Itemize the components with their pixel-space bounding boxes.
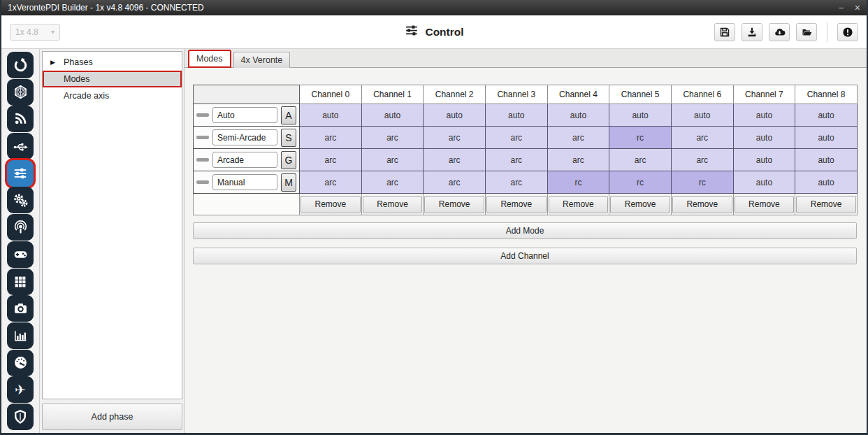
remove-cell: Remove — [361, 194, 424, 215]
tree-item-phases[interactable]: ▶ Phases — [43, 54, 182, 71]
main-panel: Modes 4x Veronte Channel 0Channel 1Chann… — [184, 49, 867, 433]
add-phase-button[interactable]: Add phase — [42, 404, 182, 430]
mode-channel-cell[interactable]: arc — [424, 149, 486, 171]
camera-icon[interactable] — [7, 295, 34, 322]
mode-channel-cell[interactable]: auto — [795, 127, 858, 149]
mesh-sphere-icon[interactable] — [7, 79, 34, 106]
mode-channel-cell[interactable]: auto — [361, 104, 424, 127]
rss-icon[interactable] — [7, 106, 34, 132]
remove-channel-button[interactable]: Remove — [735, 196, 795, 213]
mode-channel-cell[interactable]: rc — [609, 171, 672, 194]
channel-header: Channel 3 — [485, 85, 547, 104]
save-button[interactable] — [714, 23, 735, 41]
sliders-control-icon[interactable] — [7, 160, 34, 187]
mode-channel-cell[interactable]: rc — [671, 171, 733, 194]
tab-modes[interactable]: Modes — [188, 50, 231, 68]
close-button[interactable]: × — [855, 3, 860, 13]
drag-handle[interactable] — [196, 180, 209, 184]
mode-name-cell: G — [194, 149, 300, 171]
mode-name-input[interactable] — [212, 107, 277, 123]
remove-channel-button[interactable]: Remove — [610, 196, 670, 213]
remove-channel-button[interactable]: Remove — [796, 196, 856, 213]
mode-channel-cell[interactable]: arc — [485, 171, 547, 194]
mode-channel-cell[interactable]: auto — [609, 104, 672, 127]
download-icon — [746, 27, 758, 38]
target-icon[interactable] — [7, 52, 34, 78]
mode-channel-cell[interactable]: auto — [547, 104, 609, 127]
bar-chart-icon[interactable] — [7, 322, 34, 349]
mode-channel-cell[interactable]: auto — [795, 104, 858, 127]
version-dropdown[interactable]: 1x 4.8 ▾ — [10, 24, 60, 41]
remove-channel-button[interactable]: Remove — [549, 196, 609, 213]
drag-handle[interactable] — [196, 136, 209, 139]
remove-channel-button[interactable]: Remove — [486, 196, 547, 213]
open-folder-button[interactable] — [796, 23, 817, 41]
mode-channel-cell[interactable]: arc — [361, 171, 424, 194]
mode-channel-cell[interactable]: arc — [361, 127, 424, 149]
mode-shortcut-button[interactable]: A — [281, 106, 296, 124]
mode-channel-cell[interactable]: arc — [424, 127, 486, 149]
mode-channel-cell[interactable]: auto — [300, 104, 362, 127]
cloud-download-button[interactable] — [769, 23, 790, 41]
usb-icon[interactable] — [7, 133, 34, 159]
download-button[interactable] — [742, 23, 762, 41]
mode-channel-cell[interactable]: auto — [671, 104, 733, 127]
mode-channel-cell[interactable]: arc — [485, 149, 547, 171]
drag-handle[interactable] — [196, 113, 209, 117]
add-mode-button[interactable]: Add Mode — [193, 222, 857, 239]
mode-channel-cell[interactable]: arc — [300, 171, 362, 194]
mode-name-input[interactable] — [212, 129, 277, 145]
mode-channel-cell[interactable]: arc — [671, 149, 733, 171]
plane-icon[interactable]: ✈ — [7, 376, 34, 403]
mode-channel-cell[interactable]: auto — [733, 104, 795, 127]
mode-channel-cell[interactable]: auto — [733, 127, 795, 149]
mode-channel-cell[interactable]: auto — [795, 171, 858, 194]
remove-cell: Remove — [609, 194, 672, 215]
mode-channel-cell[interactable]: arc — [300, 149, 362, 171]
mode-row: Aautoautoautoautoautoautoautoautoauto — [194, 104, 858, 127]
mode-channel-cell[interactable]: arc — [361, 149, 424, 171]
gears-icon[interactable] — [7, 187, 34, 213]
drag-handle[interactable] — [196, 158, 209, 162]
expand-arrow-icon[interactable]: ▶ — [50, 59, 64, 66]
mode-name-input[interactable] — [212, 174, 277, 190]
shield-icon[interactable] — [7, 404, 34, 430]
remove-channel-button[interactable]: Remove — [301, 196, 361, 213]
mode-channel-cell[interactable]: auto — [485, 104, 547, 127]
window-controls: – × — [839, 3, 860, 13]
mode-channel-cell[interactable]: arc — [300, 127, 362, 149]
grid-icon[interactable] — [7, 269, 34, 295]
mode-channel-cell[interactable]: auto — [733, 171, 795, 194]
mode-channel-cell[interactable]: auto — [424, 104, 486, 127]
remove-channel-button[interactable]: Remove — [363, 196, 423, 213]
remove-cell: Remove — [671, 194, 733, 215]
podcast-icon[interactable] — [7, 214, 34, 241]
mode-channel-cell[interactable]: auto — [795, 149, 858, 171]
mode-shortcut-button[interactable]: M — [281, 173, 296, 192]
remove-channel-button[interactable]: Remove — [672, 196, 732, 213]
gauge-icon[interactable] — [7, 350, 34, 376]
mode-channel-cell[interactable]: arc — [424, 171, 486, 194]
mode-channel-cell[interactable]: arc — [671, 127, 733, 149]
tree-item-arcade-axis[interactable]: Arcade axis — [43, 87, 182, 104]
mode-name-cell: A — [194, 104, 300, 127]
mode-name-input[interactable] — [212, 152, 277, 168]
chevron-down-icon: ▾ — [51, 28, 55, 36]
mode-channel-cell[interactable]: arc — [485, 127, 547, 149]
mode-channel-cell[interactable]: rc — [547, 171, 609, 194]
gamepad-icon[interactable] — [7, 241, 34, 268]
info-icon — [842, 27, 853, 38]
mode-channel-cell[interactable]: arc — [547, 127, 609, 149]
tree-item-modes[interactable]: Modes — [43, 71, 182, 87]
mode-channel-cell[interactable]: arc — [547, 149, 609, 171]
mode-shortcut-button[interactable]: S — [281, 129, 296, 147]
mode-channel-cell[interactable]: auto — [733, 149, 795, 171]
mode-channel-cell[interactable]: arc — [609, 149, 672, 171]
add-channel-button[interactable]: Add Channel — [193, 248, 857, 264]
info-button[interactable] — [837, 23, 858, 41]
remove-channel-button[interactable]: Remove — [424, 196, 484, 213]
mode-channel-cell[interactable]: rc — [609, 127, 672, 149]
tab-4x-veronte[interactable]: 4x Veronte — [233, 52, 291, 68]
mode-shortcut-button[interactable]: G — [281, 151, 296, 169]
minimize-button[interactable]: – — [839, 3, 844, 12]
